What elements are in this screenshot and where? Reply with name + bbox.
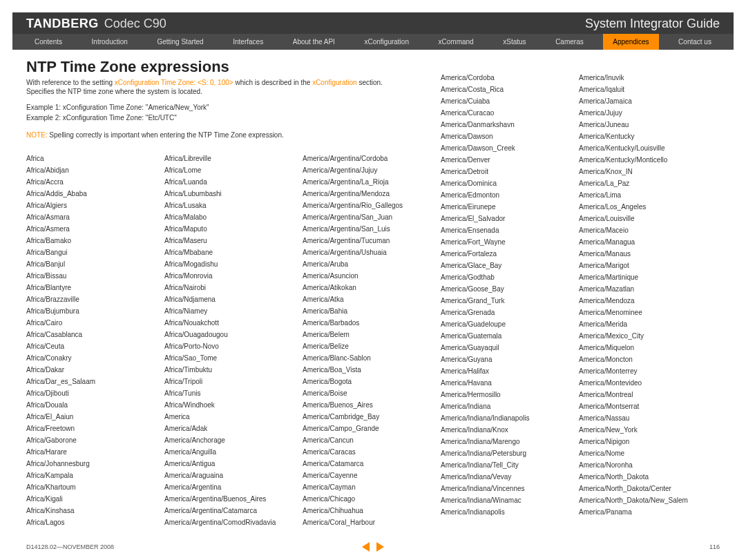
tz-item: America/Guatemala: [441, 330, 575, 342]
nav-item-contact-us[interactable]: Contact us: [669, 34, 721, 50]
tz-item: America/Danmarkshavn: [441, 119, 575, 131]
tz-item: America/Monterrey: [579, 365, 713, 377]
nav-item-getting-started[interactable]: Getting Started: [147, 34, 213, 50]
tz-col-2: Africa/LibrevilleAfrica/LomeAfrica/Luand…: [164, 153, 303, 528]
next-page-icon[interactable]: [376, 542, 384, 552]
tz-item: America/Nipigon: [579, 436, 713, 447]
tz-item: America/Atikokan: [303, 282, 437, 293]
tz-item: America/Atka: [303, 293, 437, 305]
tz-item: Africa/Maseru: [164, 235, 298, 247]
tz-item: America/Cordoba: [441, 72, 575, 84]
tz-item: Africa/Bamako: [26, 235, 160, 247]
nav-item-contents[interactable]: Contents: [25, 34, 72, 50]
intro-line-2: Specifies the NTP time zone where the sy…: [26, 88, 441, 95]
nav-item-xconfiguration[interactable]: xConfiguration: [354, 34, 418, 50]
tz-item: Africa/Lome: [164, 164, 298, 176]
tz-item: Africa/Asmera: [26, 223, 160, 235]
tz-item: Africa/Accra: [26, 176, 160, 188]
tz-item: America/Curacao: [441, 107, 575, 119]
tz-item: America/Argentina/Rio_Gallegos: [303, 200, 437, 211]
tz-item: America/Guadeloupe: [441, 318, 575, 330]
tz-item: America/Grenada: [441, 307, 575, 318]
tz-item: Africa/Freetown: [26, 423, 160, 434]
tz-item: America/Guayaquil: [441, 342, 575, 354]
tz-item: America/Cuiaba: [441, 95, 575, 107]
tz-item: America/Adak: [164, 423, 298, 434]
tz-item: Africa/Porto-Novo: [164, 340, 298, 352]
tz-item: Africa/Conakry: [26, 352, 160, 364]
tz-item: America/Bahia: [303, 305, 437, 317]
brand-model: Codec C90: [104, 17, 166, 31]
tz-item: America/Merida: [579, 318, 713, 330]
tz-item: America/Noronha: [579, 459, 713, 471]
tz-item: Africa/El_Aaiun: [26, 411, 160, 423]
tz-item: America/Coral_Harbour: [303, 516, 437, 528]
tz-item: America/Caracas: [303, 446, 437, 458]
tz-item: America/Asuncion: [303, 270, 437, 282]
tz-item: America/Los_Angeles: [579, 201, 713, 213]
tz-item: America/Argentina: [164, 481, 298, 493]
timezone-columns-left: AfricaAfrica/AbidjanAfrica/AccraAfrica/A…: [26, 153, 441, 528]
tz-item: America/Dominica: [441, 177, 575, 189]
tz-col-1: AfricaAfrica/AbidjanAfrica/AccraAfrica/A…: [26, 153, 164, 528]
nav-item-xcommand[interactable]: xCommand: [429, 34, 484, 50]
tz-item: America/Barbados: [303, 317, 437, 329]
tz-item: Africa/Blantyre: [26, 282, 160, 293]
tz-item: America/Godthab: [441, 271, 575, 283]
tz-item: Africa/Algiers: [26, 200, 160, 211]
tz-item: Africa/Nouakchott: [164, 317, 298, 329]
nav-item-about-the-api[interactable]: About the API: [283, 34, 345, 50]
tz-item: America/Marigot: [579, 260, 713, 271]
tz-item: Africa/Malabo: [164, 211, 298, 223]
tz-item: America/Cayenne: [303, 470, 437, 481]
tz-item: America/Chicago: [303, 493, 437, 505]
nav-item-introduction[interactable]: Introduction: [82, 34, 137, 50]
tz-col-5: America/InuvikAmerica/IqaluitAmerica/Jam…: [579, 72, 717, 528]
tz-item: America/Detroit: [441, 166, 575, 177]
intro-link-1[interactable]: xConfiguration Time Zone: <S: 0, 100>: [115, 79, 233, 86]
tz-item: America/Montserrat: [579, 400, 713, 412]
tz-item: America/Mexico_City: [579, 330, 713, 342]
tz-item: Africa/Ceuta: [26, 340, 160, 352]
tz-item: America/Indiana/Marengo: [441, 436, 575, 447]
tz-item: Africa/Dakar: [26, 364, 160, 376]
tz-item: Africa/Maputo: [164, 223, 298, 235]
tz-item: America/Argentina/San_Luis: [303, 223, 437, 235]
tz-item: America/Argentina/Catamarca: [164, 505, 298, 516]
tz-item: America/North_Dakota/New_Salem: [579, 494, 713, 506]
tz-item: Africa/Timbuktu: [164, 364, 298, 376]
tz-item: America/Nome: [579, 447, 713, 459]
tz-item: America/Moncton: [579, 354, 713, 365]
tz-item: America/Jamaica: [579, 95, 713, 107]
nav-item-xstatus[interactable]: xStatus: [493, 34, 535, 50]
nav-item-interfaces[interactable]: Interfaces: [223, 34, 273, 50]
tz-item: America/Campo_Grande: [303, 423, 437, 434]
prev-page-icon[interactable]: [362, 542, 370, 552]
tz-item: America/Havana: [441, 377, 575, 389]
tz-item: America/Menominee: [579, 307, 713, 318]
tz-item: Africa/Asmara: [26, 211, 160, 223]
intro-link-2[interactable]: xConfiguration: [312, 79, 356, 86]
tz-item: Africa/Abidjan: [26, 164, 160, 176]
footer-docid: D14128.02—NOVEMBER 2008: [26, 543, 114, 550]
intro-mid: which is described in the: [233, 79, 313, 86]
tz-item: America/Iqaluit: [579, 84, 713, 95]
tz-item: America/Panama: [579, 506, 713, 518]
tz-item: America/Maceio: [579, 224, 713, 236]
tz-item: America/La_Paz: [579, 177, 713, 189]
tz-item: America/Fort_Wayne: [441, 236, 575, 248]
tz-item: America/Montreal: [579, 389, 713, 400]
intro-line-1: With reference to the setting xConfigura…: [26, 79, 441, 86]
tz-item: America/Knox_IN: [579, 166, 713, 177]
nav-item-appendices[interactable]: Appendices: [603, 34, 658, 50]
nav-bar: ContentsIntroductionGetting StartedInter…: [12, 34, 734, 50]
tz-item: Africa/Nairobi: [164, 282, 298, 293]
tz-item: Africa/Lagos: [26, 516, 160, 528]
tz-item: Africa/Libreville: [164, 153, 298, 164]
tz-item: America/Argentina/Tucuman: [303, 235, 437, 247]
tz-item: America/Halifax: [441, 365, 575, 377]
tz-col-4: America/CordobaAmerica/Costa_RicaAmerica…: [441, 72, 579, 528]
page-title: NTP Time Zone expressions: [26, 58, 441, 76]
nav-item-cameras[interactable]: Cameras: [546, 34, 593, 50]
tz-item: America/Jujuy: [579, 107, 713, 119]
